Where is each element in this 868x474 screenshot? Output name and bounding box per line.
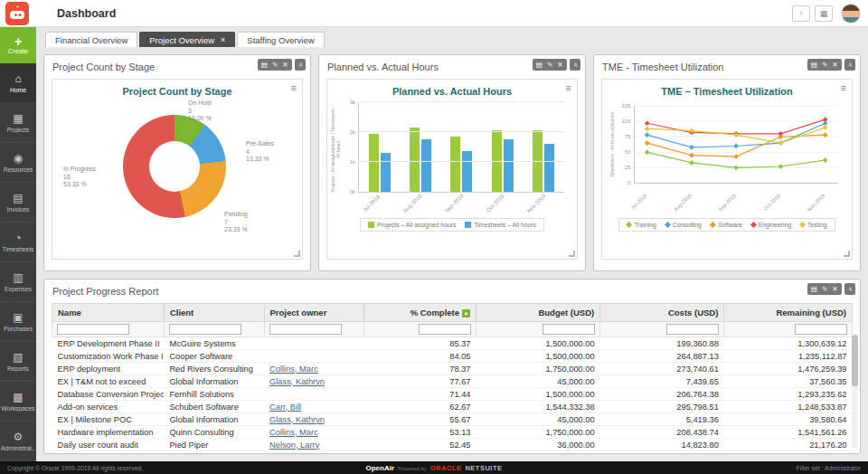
project-owner-link[interactable]: Nelson, Larry [269,441,319,450]
table-scrollbar[interactable] [852,334,858,448]
tab-staffing-overview[interactable]: Staffing Overview [237,32,324,47]
chart-menu-icon[interactable]: ≡ [841,82,846,93]
resize-handle[interactable] [294,251,300,257]
cell-complete: 55.67 [364,413,476,426]
edit-icon[interactable]: ✎ [822,61,827,69]
column-header-project-owner[interactable]: Project owner [264,304,364,322]
oracle-logo: ORACLE [430,464,462,472]
sidebar-item-projects[interactable]: ▦Projects [0,103,36,143]
sidebar-item-reports[interactable]: ▧Reports [0,342,36,382]
legend-item-consulting[interactable]: Consulting [665,222,702,228]
invoices-icon: ▤ [13,193,23,204]
project-owner-link[interactable]: Glass, Kathryn [269,415,325,424]
table-row: EX | Milestone POCGlobal InformationGlas… [52,413,853,426]
sidebar-item-timesheets[interactable]: ◔Timesheets [0,223,36,262]
edit-icon[interactable]: ✎ [822,285,827,293]
project-owner-link[interactable]: Glass, Kathryn [269,377,325,386]
edit-icon[interactable]: ✎ [272,61,278,69]
donut-label-line: 13.33 % [246,156,274,164]
legend-item-testing[interactable]: Testing [800,222,827,228]
panel-title: TME - Timesheet Utilization [602,62,723,72]
sort-asc-icon[interactable]: ▲ [462,309,470,318]
sidebar-item-label: Reports [7,365,29,372]
cell-budget-usd: 1,500,000.00 [476,337,600,350]
close-icon[interactable]: ✕ [832,285,837,293]
filter-input-complete[interactable] [419,324,471,335]
print-icon[interactable]: ▤ [811,61,817,69]
cell-costs-usd: 206,764.38 [600,388,724,401]
apps-grid-button[interactable]: ▦ [815,5,833,22]
column-header-remaining-usd[interactable]: Remaining (USD) [724,304,853,322]
print-icon[interactable]: ▤ [536,61,542,69]
sidebar-item-resources[interactable]: ◉Resources [0,143,36,183]
filter-input-client[interactable] [169,324,241,335]
purchases-icon: ▣ [13,312,23,324]
column-header-complete[interactable]: % Complete▲ [364,304,476,322]
chart-menu-icon[interactable]: ≡ [291,82,297,93]
project-owner-link[interactable]: Carr, Bill [269,403,301,412]
bar-y-tick: 1k [339,159,355,165]
collapse-icon[interactable]: » [296,62,304,66]
filter-input-remaining-usd[interactable] [795,324,847,335]
sidebar-item-invoices[interactable]: ▤Invoices [0,183,36,223]
cell-costs-usd: 208,438.74 [600,426,724,439]
filter-input-name[interactable] [57,324,129,335]
grid-icon: ▦ [820,9,828,18]
chart-menu-icon[interactable]: ≡ [566,82,571,93]
collapse-icon[interactable]: » [845,287,854,290]
scroll-top-button[interactable]: ↑ [792,5,810,22]
legend-item-engineering[interactable]: Engineering [751,222,791,228]
tab-project-overview[interactable]: Project Overview× [139,32,235,47]
create-button[interactable]: + Create [0,27,36,63]
legend-item-projects-all-assigned-hours[interactable]: Projects – All assigned hours [368,222,456,228]
column-header-costs-usd[interactable]: Costs (USD) [600,304,724,322]
cell-costs-usd: 14,823.80 [600,439,724,451]
legend-item-software[interactable]: Software [711,222,742,228]
edit-icon[interactable]: ✎ [547,61,552,69]
bar-x-label-cell: Nov-2019 [523,194,564,216]
sidebar-item-expenses[interactable]: ▥Expenses [0,262,36,302]
collapse-icon[interactable]: » [571,62,579,66]
column-header-client[interactable]: Client [164,304,264,322]
cell-budget-usd: 1,500,000.00 [476,388,600,401]
sidebar-item-workspaces[interactable]: ▩Workspaces [0,382,36,422]
filter-input-costs-usd[interactable] [666,324,719,335]
close-icon[interactable]: ✕ [557,61,562,69]
resize-handle[interactable] [569,251,575,257]
filter-cell [600,322,724,337]
openair-logo[interactable] [5,2,29,25]
table-row: EX | T&M not to exceedGlobal Information… [52,375,853,388]
collapse-icon[interactable]: » [845,62,854,66]
donut-label-line: Pre-Sales [246,140,274,148]
filter-input-budget-usd[interactable] [542,324,595,335]
column-header-budget-usd[interactable]: Budget (USD) [476,304,600,322]
sidebar-item-home[interactable]: ⌂Home [0,63,36,103]
project-owner-link[interactable]: Collins, Marc [269,428,318,437]
legend-item-training[interactable]: Training [627,222,656,228]
bar-projects-all-assigned-hours [450,137,460,192]
project-owner-link[interactable]: Glass, Kathryn [269,453,325,455]
print-icon[interactable]: ▤ [811,285,817,293]
table-scrollbar-thumb[interactable] [852,335,858,386]
resize-handle[interactable] [844,251,850,257]
filter-input-project-owner[interactable] [269,324,342,335]
sidebar-item-administrat[interactable]: ⚙Administrat... [0,422,36,461]
gridline [359,101,564,102]
sidebar-item-purchases[interactable]: ▣Purchases [0,302,36,342]
project-owner-link[interactable]: Collins, Marc [269,365,318,374]
column-header-name[interactable]: Name [52,304,165,322]
line-y-tick: 125 [621,102,631,109]
close-icon[interactable]: ✕ [282,61,288,69]
user-avatar[interactable] [841,4,861,24]
donut-label-line: 4 [246,148,274,156]
table-row: Customization Work Phase IICooper Softwa… [52,350,853,363]
tab-financial-overview[interactable]: Financial Overview [45,32,137,47]
donut-label-line: 23.33 % [224,226,248,234]
table-row: ERP Development Phase IIMcGuire Systems8… [52,337,853,350]
panel-title: Project Count by Stage [52,62,155,72]
panel-project-count-by-stage: Project Count by Stage ▤ ✎ ✕ » Proje [43,54,311,271]
print-icon[interactable]: ▤ [261,61,268,69]
tab-close-icon[interactable]: × [221,36,225,44]
column-header-label: Costs (USD) [668,308,718,318]
close-icon[interactable]: ✕ [832,61,837,69]
